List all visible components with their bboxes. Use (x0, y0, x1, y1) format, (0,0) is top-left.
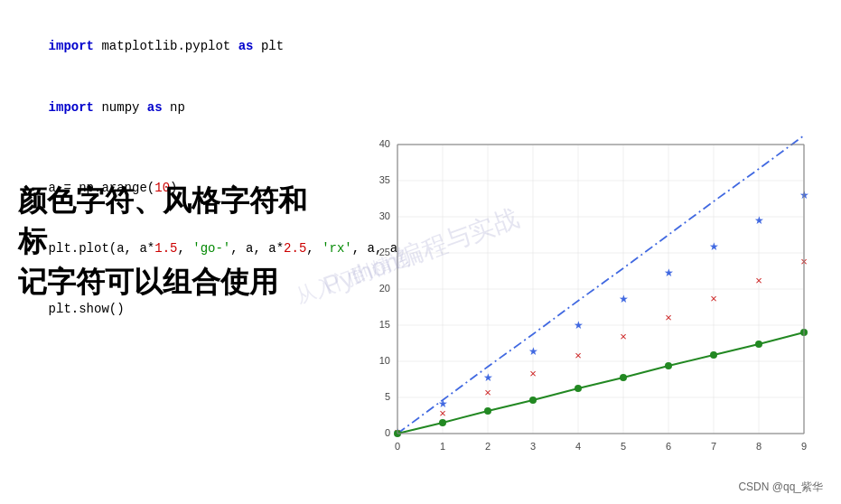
green-dot-1 (439, 419, 446, 426)
star-marker-3: ★ (528, 345, 538, 358)
red-x-1: × (439, 406, 446, 420)
svg-text:6: 6 (666, 441, 671, 452)
green-dot-3 (529, 397, 537, 404)
chart-container: 0 5 10 15 20 25 30 35 40 0 1 2 3 4 5 6 7… (352, 135, 822, 479)
svg-text:10: 10 (379, 355, 390, 366)
label-line2: 记字符可以组合使用 (18, 262, 334, 303)
svg-text:25: 25 (379, 247, 390, 257)
green-dot-8 (755, 341, 762, 348)
red-x-4: × (575, 349, 582, 362)
svg-text:2: 2 (485, 441, 491, 452)
red-x-8: × (755, 274, 762, 287)
code-line-1: import matplotlib.pyplot as plt (18, 16, 603, 77)
green-dot-6 (665, 362, 672, 369)
chart-svg: 0 5 10 15 20 25 30 35 40 0 1 2 3 4 5 6 7… (352, 135, 822, 479)
green-dot-7 (710, 351, 717, 359)
star-marker-7: ★ (709, 240, 719, 253)
svg-text:5: 5 (385, 391, 390, 402)
svg-text:7: 7 (711, 441, 716, 452)
star-marker-8: ★ (754, 214, 764, 227)
star-marker-5: ★ (619, 293, 629, 305)
red-x-6: × (665, 311, 672, 324)
svg-text:9: 9 (801, 441, 807, 452)
svg-text:0: 0 (385, 427, 390, 438)
code-line-2: import numpy as np (18, 77, 603, 137)
svg-text:30: 30 (379, 210, 390, 221)
green-dot-5 (620, 374, 627, 381)
label-line1: 颜色字符、风格字符和标 (18, 181, 334, 262)
star-marker-4: ★ (574, 319, 584, 331)
star-marker-6: ★ (664, 266, 674, 279)
svg-text:5: 5 (621, 441, 626, 452)
svg-text:40: 40 (379, 138, 390, 149)
red-x-3: × (529, 367, 537, 380)
description-label: 颜色字符、风格字符和标 记字符可以组合使用 (18, 181, 334, 302)
svg-text:8: 8 (756, 441, 762, 452)
red-x-7: × (710, 292, 717, 305)
svg-text:1: 1 (440, 441, 445, 452)
footer-credit: CSDN @qq_紫华 (738, 480, 823, 495)
svg-text:35: 35 (379, 174, 390, 185)
green-dot-4 (575, 385, 582, 392)
svg-text:20: 20 (379, 283, 390, 294)
red-x-5: × (620, 330, 627, 343)
green-dot-2 (484, 407, 491, 415)
star-marker-2: ★ (483, 371, 493, 384)
svg-text:0: 0 (395, 441, 400, 452)
svg-text:15: 15 (379, 319, 390, 330)
red-x-2: × (484, 386, 491, 399)
svg-text:4: 4 (575, 441, 581, 452)
svg-text:3: 3 (530, 441, 536, 452)
